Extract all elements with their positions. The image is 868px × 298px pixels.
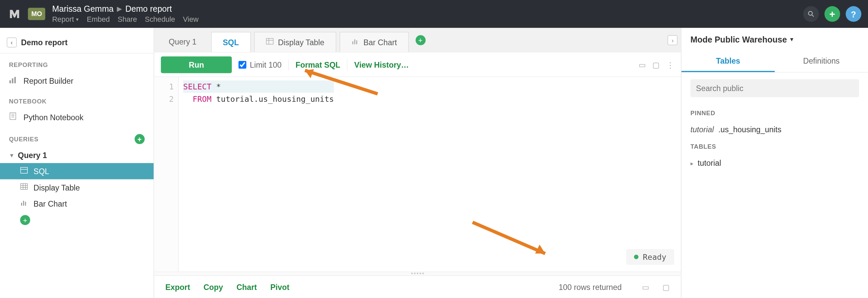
svg-rect-22 (352, 41, 353, 44)
collapse-right-panel-icon[interactable]: › (668, 35, 678, 45)
svg-rect-3 (12, 78, 13, 84)
resize-handle[interactable] (154, 271, 681, 276)
results-bar: Export Copy Chart Pivot 100 rows returne… (154, 276, 681, 298)
app-logo-icon[interactable] (7, 6, 23, 22)
editor-area: Query 1 SQL Display Table Bar Chart (154, 28, 681, 298)
copy-link[interactable]: Copy (204, 283, 223, 292)
pinned-table-item[interactable]: tutorial.us_housing_units (681, 122, 868, 138)
sidebar-item-report-builder[interactable]: Report Builder (0, 72, 154, 90)
chevron-right-icon: ▶ (117, 5, 122, 13)
sidebar-query-label: Query 1 (18, 151, 47, 160)
bar-chart-icon (351, 37, 359, 47)
menu-report[interactable]: Report▾ (52, 15, 79, 24)
svg-line-27 (472, 222, 545, 254)
svg-rect-19 (266, 38, 273, 44)
sidebar-section-reporting: Reporting (0, 54, 154, 71)
sidebar-query-bar-chart[interactable]: Bar Chart (0, 196, 154, 211)
maximize-icon[interactable]: ▢ (652, 60, 660, 69)
schema-tab-tables[interactable]: Tables (681, 51, 775, 72)
svg-rect-23 (354, 39, 355, 44)
tab-sql[interactable]: SQL (211, 32, 250, 52)
sidebar-item-notebook[interactable]: Python Notebook (0, 108, 154, 126)
new-button[interactable]: + (825, 6, 840, 22)
bar-chart-icon (20, 199, 28, 208)
sidebar-item-label: Report Builder (24, 76, 73, 86)
svg-rect-9 (21, 167, 27, 173)
connection-selector[interactable]: Mode Public Warehouse ▾ (681, 28, 868, 51)
add-chart-button[interactable]: + (20, 215, 30, 225)
schema-tab-definitions[interactable]: Definitions (775, 51, 868, 72)
svg-rect-5 (10, 113, 16, 120)
svg-rect-24 (356, 40, 357, 44)
limit-label: Limit 100 (250, 60, 282, 69)
more-icon[interactable]: ⋮ (666, 60, 674, 69)
table-icon (266, 37, 273, 47)
menu-embed[interactable]: Embed (87, 15, 110, 24)
help-button[interactable]: ? (845, 6, 861, 22)
topbar: MO Marissa Gemma ▶ Demo report Report▾ E… (0, 0, 868, 28)
limit-checkbox[interactable]: Limit 100 (239, 60, 282, 69)
svg-rect-2 (9, 80, 11, 84)
status-label: Ready (643, 253, 666, 262)
tab-query1[interactable]: Query 1 (157, 32, 208, 52)
format-sql-link[interactable]: Format SQL (296, 60, 340, 69)
svg-rect-16 (21, 203, 22, 206)
caret-down-icon: ▾ (76, 16, 79, 23)
menu-view[interactable]: View (183, 15, 198, 24)
schema-item[interactable]: ▸ tutorial (681, 155, 868, 171)
maximize-results-icon[interactable]: ▢ (662, 283, 670, 292)
caret-down-icon: ▾ (790, 36, 793, 42)
export-link[interactable]: Export (165, 283, 190, 292)
sidebar-sub-label: SQL (33, 167, 49, 176)
org-badge[interactable]: MO (28, 8, 45, 20)
sidebar-sub-label: Display Table (33, 183, 80, 192)
sidebar-query-sql[interactable]: SQL (0, 163, 154, 179)
minimize-icon[interactable]: ▭ (639, 60, 646, 69)
sql-editor[interactable]: 1 2 SELECT * FROM tutorial.us_housing_un… (154, 77, 681, 271)
sidebar-section-notebook: Notebook (0, 90, 154, 108)
tabs-row: Query 1 SQL Display Table Bar Chart (154, 28, 681, 52)
schema-panel: Mode Public Warehouse ▾ Tables Definitio… (681, 28, 868, 298)
sidebar-item-label: Python Notebook (24, 112, 83, 122)
breadcrumb: Marissa Gemma ▶ Demo report (52, 4, 198, 14)
limit-checkbox-input[interactable] (239, 61, 246, 68)
schema-search-input[interactable] (690, 79, 859, 97)
sidebar-collapse-icon[interactable]: ‹ (7, 37, 17, 47)
menu-schedule[interactable]: Schedule (145, 15, 175, 24)
notebook-icon (9, 112, 18, 122)
breadcrumb-user[interactable]: Marissa Gemma (52, 4, 114, 14)
svg-rect-4 (14, 77, 16, 84)
sidebar: ‹ Demo report Reporting Report Builder N… (0, 28, 154, 298)
tab-bar-chart[interactable]: Bar Chart (339, 32, 408, 52)
header-menu: Report▾ Embed Share Schedule View (52, 15, 198, 24)
run-button[interactable]: Run (161, 56, 232, 73)
svg-point-0 (808, 11, 812, 15)
view-history-link[interactable]: View History… (354, 60, 409, 69)
pivot-link[interactable]: Pivot (270, 283, 289, 292)
search-icon[interactable] (803, 6, 819, 22)
sidebar-crumb: ‹ Demo report (0, 31, 154, 54)
chart-icon (9, 76, 18, 86)
chart-link[interactable]: Chart (237, 283, 257, 292)
table-icon (20, 183, 28, 192)
sidebar-query[interactable]: ▼ Query 1 (0, 147, 154, 163)
svg-rect-18 (25, 202, 26, 206)
header-titles: Marissa Gemma ▶ Demo report Report▾ Embe… (52, 4, 198, 24)
add-query-button[interactable]: + (135, 134, 145, 144)
status-badge: Ready (626, 249, 675, 265)
breadcrumb-document[interactable]: Demo report (125, 4, 172, 14)
sql-icon (20, 166, 28, 176)
code-content[interactable]: SELECT * FROM tutorial.us_housing_units (179, 77, 334, 271)
status-dot-icon (634, 255, 638, 259)
sidebar-sub-label: Bar Chart (33, 199, 67, 208)
minimize-results-icon[interactable]: ▭ (642, 283, 649, 292)
add-tab-button[interactable]: + (415, 35, 425, 45)
sidebar-title: Demo report (21, 38, 68, 47)
menu-share[interactable]: Share (118, 15, 137, 24)
tab-display-table[interactable]: Display Table (254, 32, 336, 52)
annotation-arrow-rows (467, 217, 556, 263)
caret-down-icon: ▼ (9, 152, 15, 158)
rows-returned: 100 rows returned (559, 283, 622, 292)
sidebar-query-display-table[interactable]: Display Table (0, 179, 154, 195)
pinned-header: Pinned (681, 104, 868, 122)
